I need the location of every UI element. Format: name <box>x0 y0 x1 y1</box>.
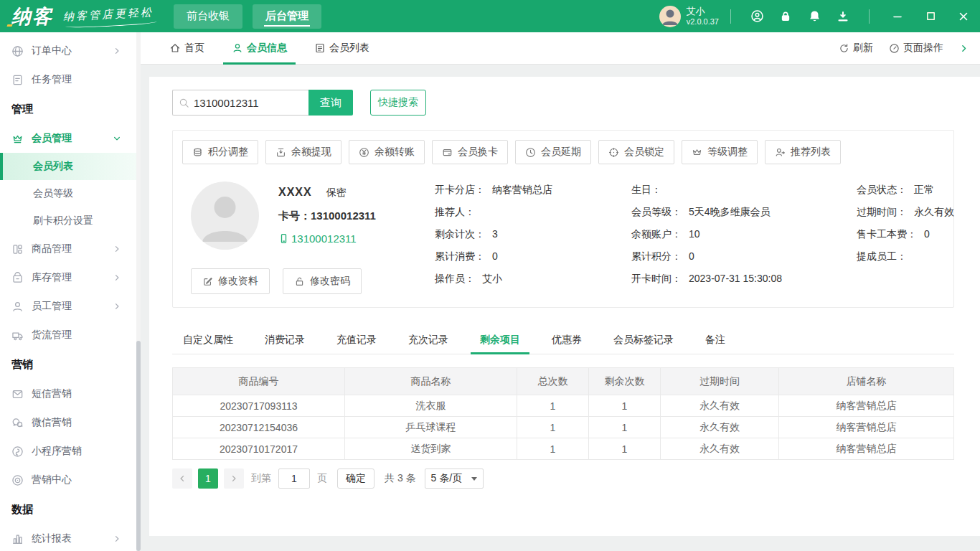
tab-member-list[interactable]: 会员列表 <box>306 32 378 65</box>
change-card-button[interactable]: 会员换卡 <box>432 140 508 164</box>
table-row: 20230717093113 洗衣服 1 1 永久有效 纳客营销总店 <box>173 395 954 417</box>
support-icon[interactable] <box>743 0 771 32</box>
sidebar-item-marketing-center[interactable]: 营销中心 <box>0 466 141 494</box>
chevron-right-icon[interactable] <box>959 44 969 53</box>
sidebar-item-orders[interactable]: 订单中心 <box>0 37 141 65</box>
page-tabbar: 首页 会员信息 会员列表 刷新 页面操作 <box>141 32 980 65</box>
tab-member-info[interactable]: 会员信息 <box>223 32 296 65</box>
search-icon <box>179 98 189 108</box>
edit-password-button[interactable]: 修改密码 <box>283 268 362 294</box>
balance-transfer-button[interactable]: 余额转账 <box>349 140 425 164</box>
member-lock-button[interactable]: 会员锁定 <box>598 140 674 164</box>
avatar[interactable] <box>659 6 681 27</box>
confirm-button[interactable]: 确定 <box>337 468 374 489</box>
tab-coupons[interactable]: 优惠券 <box>542 326 591 354</box>
sidebar-section-marketing: 营销 <box>0 349 141 380</box>
tab-times-records[interactable]: 充次记录 <box>399 326 458 354</box>
refresh-button[interactable]: 刷新 <box>839 42 873 55</box>
goto-page-input[interactable] <box>278 468 310 489</box>
main-area: 首页 会员信息 会员列表 刷新 页面操作 <box>141 32 980 551</box>
quick-search-button[interactable]: 快捷搜索 <box>370 90 426 116</box>
chevron-left-icon <box>178 474 187 483</box>
chevron-right-icon <box>113 302 129 311</box>
maximize-icon[interactable] <box>914 0 947 32</box>
sidebar: 订单中心 任务管理 管理 会员管理 会员列表 会员等级 刷卡积分设置 商品管理 … <box>0 32 141 551</box>
download-icon[interactable] <box>829 0 857 32</box>
user-info: 艾小 v2.0.0.37 <box>687 6 719 27</box>
query-button[interactable]: 查询 <box>308 90 353 116</box>
sidebar-item-tasks[interactable]: 任务管理 <box>0 65 141 94</box>
topbar-nav: 前台收银 后台管理 <box>174 4 321 29</box>
divider <box>730 9 731 24</box>
pagination: 1 到第 页 确定 共 3 条 5 条/页 <box>172 468 954 489</box>
chevron-right-icon <box>113 273 129 282</box>
sidebar-subitem-card-points[interactable]: 刷卡积分设置 <box>0 207 141 235</box>
divider <box>869 9 870 24</box>
page-number-1[interactable]: 1 <box>198 468 218 489</box>
sidebar-item-wechat[interactable]: 微信营销 <box>0 408 141 437</box>
edit-profile-button[interactable]: 修改资料 <box>191 268 270 294</box>
chevron-right-icon <box>113 534 129 543</box>
tab-consume-records[interactable]: 消费记录 <box>255 326 314 354</box>
page-operations-button[interactable]: 页面操作 <box>889 42 943 55</box>
sidebar-item-reports[interactable]: 统计报表 <box>0 524 141 551</box>
balance-withdraw-button[interactable]: 余额提现 <box>265 140 341 164</box>
next-page-button[interactable] <box>224 468 244 489</box>
sidebar-subitem-member-level[interactable]: 会员等级 <box>0 180 141 207</box>
topbar: 纳客 纳客管店更轻松 前台收银 后台管理 艾小 v2.0.0.37 <box>0 0 980 32</box>
profile-buttons: 修改资料 修改密码 <box>191 250 415 294</box>
member-avatar[interactable] <box>191 182 259 250</box>
yen-circle-icon <box>359 147 369 158</box>
remaining-times: 3 <box>492 226 498 242</box>
nav-tab-backend[interactable]: 后台管理 <box>253 4 321 29</box>
crown-icon <box>692 147 702 158</box>
search-row: 查询 快捷搜索 <box>172 90 954 116</box>
tab-home[interactable]: 首页 <box>161 32 213 65</box>
mobile-icon <box>278 233 289 244</box>
sidebar-item-sms[interactable]: 短信营销 <box>0 380 141 408</box>
member-extend-button[interactable]: 会员延期 <box>515 140 591 164</box>
remaining-items-table: 商品编号 商品名称 总次数 剩余次数 过期时间 店铺名称 20230717093… <box>172 367 954 460</box>
minimize-icon[interactable] <box>881 0 914 32</box>
content-panel: 查询 快捷搜索 积分调整 余额提现 余额转账 会 <box>149 77 980 536</box>
nav-tab-cashier[interactable]: 前台收银 <box>174 4 242 29</box>
caret-down-icon <box>471 477 477 481</box>
sidebar-item-goods[interactable]: 商品管理 <box>0 235 141 263</box>
tab-custom-attrs[interactable]: 自定义属性 <box>174 326 242 354</box>
points-adjust-button[interactable]: 积分调整 <box>182 140 258 164</box>
detail-tabs: 自定义属性 消费记录 充值记录 充次记录 剩余项目 优惠券 会员标签记录 备注 <box>172 326 954 354</box>
referral-list-button[interactable]: 推荐列表 <box>765 140 841 164</box>
sidebar-subitem-member-list[interactable]: 会员列表 <box>0 153 141 180</box>
search-input[interactable] <box>194 97 303 109</box>
tab-remaining-items[interactable]: 剩余项目 <box>471 326 529 354</box>
close-icon[interactable] <box>947 0 980 32</box>
sidebar-item-logistics[interactable]: 货流管理 <box>0 321 141 349</box>
prev-page-button[interactable] <box>172 468 192 489</box>
member-phone[interactable]: 13100012311 <box>278 232 415 245</box>
wechat-icon <box>11 417 24 429</box>
col-header: 商品名称 <box>345 368 517 395</box>
tab-remarks[interactable]: 备注 <box>696 326 735 354</box>
sidebar-item-staff[interactable]: 员工管理 <box>0 292 141 321</box>
member-box: 积分调整 余额提现 余额转账 会员换卡 会员延期 <box>172 130 954 308</box>
crosshair-icon <box>608 147 619 158</box>
padlock-icon <box>294 276 305 287</box>
col-header: 店铺名称 <box>779 368 954 395</box>
bell-icon[interactable] <box>800 0 829 32</box>
doc-icon <box>314 42 326 54</box>
lock-icon[interactable] <box>771 0 800 32</box>
tab-member-tags[interactable]: 会员标签记录 <box>604 326 683 354</box>
level-adjust-button[interactable]: 等级调整 <box>682 140 758 164</box>
report-icon <box>11 533 24 545</box>
tab-recharge-records[interactable]: 充值记录 <box>327 326 386 354</box>
member-card-no: 卡号：13100012311 <box>278 209 415 223</box>
sidebar-item-miniprogram[interactable]: 小程序营销 <box>0 437 141 466</box>
sidebar-item-members[interactable]: 会员管理 <box>0 124 141 153</box>
member-name: XXXX <box>278 186 312 199</box>
chevron-right-icon <box>113 47 129 55</box>
per-page-select[interactable]: 5 条/页 <box>425 468 484 489</box>
sidebar-item-inventory[interactable]: 库存管理 <box>0 263 141 292</box>
tabbar-actions: 刷新 页面操作 <box>839 42 969 55</box>
refresh-icon <box>839 43 849 54</box>
clock-icon <box>525 147 536 158</box>
